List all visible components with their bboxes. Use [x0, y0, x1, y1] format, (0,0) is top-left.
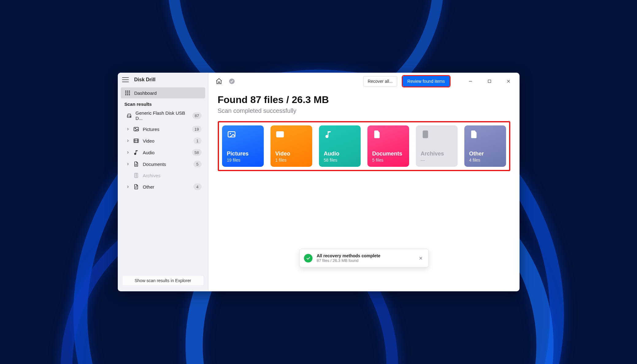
svg-point-17: [230, 133, 231, 134]
completion-toast: All recovery methods complete 87 files /…: [299, 249, 429, 267]
svg-rect-6: [125, 94, 126, 95]
main-panel: Recover all... Review found items Found …: [209, 73, 520, 291]
svg-rect-0: [125, 91, 126, 92]
content: Found 87 files / 26.3 MB Scan completed …: [209, 90, 520, 180]
toast-sub: 87 files / 26.3 MB found: [317, 258, 413, 263]
svg-rect-7: [127, 94, 128, 95]
sidebar-header: Disk Drill: [118, 73, 208, 87]
card-archives: Archives —: [416, 125, 458, 167]
scan-results-header: Scan results: [118, 98, 208, 108]
card-title: Documents: [372, 151, 404, 157]
card-sub: 1 files: [275, 158, 307, 163]
review-found-items-button[interactable]: Review found items: [403, 76, 449, 86]
toolbar: Recover all... Review found items: [209, 73, 520, 90]
card-pictures[interactable]: Pictures 19 files: [222, 125, 264, 167]
picture-icon: [133, 126, 139, 132]
archive-icon: [421, 130, 430, 139]
sidebar-item-label: Generic Flash Disk USB D...: [136, 110, 189, 121]
sidebar: Disk Drill Dashboard Scan results Generi…: [118, 73, 209, 291]
document-icon: [372, 130, 382, 139]
sidebar-item-label: Other: [143, 184, 155, 190]
chevron-right-icon: [126, 128, 129, 131]
document-icon: [133, 161, 139, 167]
svg-rect-8: [129, 94, 130, 95]
sidebar-item-other[interactable]: Other 4: [121, 181, 205, 193]
card-title: Audio: [324, 151, 356, 157]
svg-rect-4: [127, 92, 128, 93]
card-sub: —: [421, 158, 453, 163]
results-headline: Found 87 files / 26.3 MB: [218, 94, 510, 105]
home-icon[interactable]: [215, 78, 223, 85]
results-subline: Scan completed successfully: [218, 107, 510, 114]
sidebar-item-label: Pictures: [143, 127, 159, 132]
hamburger-icon[interactable]: [122, 77, 129, 82]
svg-rect-15: [488, 80, 491, 83]
minimize-button[interactable]: [464, 77, 477, 86]
toast-close-button[interactable]: [417, 255, 424, 262]
card-other[interactable]: Other 4 files: [464, 125, 506, 167]
card-audio[interactable]: Audio 58 files: [319, 125, 361, 167]
card-sub: 19 files: [227, 158, 259, 163]
card-title: Other: [469, 151, 501, 157]
recover-all-button[interactable]: Recover all...: [363, 76, 397, 86]
sidebar-item-documents[interactable]: Documents 5: [121, 158, 205, 170]
svg-rect-2: [129, 91, 130, 92]
sidebar-item-label: Dashboard: [134, 90, 157, 96]
chevron-right-icon: [126, 151, 129, 154]
sidebar-item-device[interactable]: Generic Flash Disk USB D... 87: [121, 108, 205, 123]
show-in-explorer-button[interactable]: Show scan results in Explorer: [122, 275, 204, 286]
count-badge: 58: [192, 149, 201, 156]
card-sub: 4 files: [469, 158, 501, 163]
close-button[interactable]: [502, 77, 515, 86]
svg-point-9: [130, 117, 131, 117]
toast-title: All recovery methods complete: [317, 253, 413, 258]
count-badge: 1: [194, 137, 201, 144]
chevron-right-icon: [126, 185, 129, 188]
sidebar-item-video[interactable]: Video 1: [121, 135, 205, 147]
count-badge: 19: [192, 126, 201, 132]
chevron-right-icon: [126, 139, 129, 142]
grid-icon: [125, 90, 131, 96]
app-window: Disk Drill Dashboard Scan results Generi…: [118, 73, 520, 291]
file-icon: [469, 130, 478, 139]
sidebar-item-label: Documents: [143, 162, 166, 167]
svg-rect-10: [134, 127, 138, 131]
video-icon: [275, 130, 285, 139]
archive-icon: [133, 172, 139, 178]
sidebar-item-label: Video: [143, 138, 155, 144]
sidebar-item-archives: Archives: [121, 170, 205, 181]
chevron-right-icon: [126, 163, 129, 166]
sidebar-item-dashboard[interactable]: Dashboard: [121, 87, 205, 98]
sidebar-item-audio[interactable]: Audio 58: [121, 147, 205, 158]
card-title: Archives: [421, 151, 453, 157]
success-check-icon: [304, 254, 313, 262]
card-sub: 58 files: [324, 158, 356, 163]
category-cards: Pictures 19 files Video 1 files: [218, 121, 510, 171]
music-icon: [324, 130, 333, 139]
svg-rect-3: [125, 92, 126, 93]
card-documents[interactable]: Documents 5 files: [367, 125, 409, 167]
svg-rect-16: [228, 132, 235, 137]
svg-point-11: [135, 128, 136, 129]
count-badge: 87: [192, 112, 201, 119]
music-icon: [133, 149, 139, 155]
svg-rect-5: [129, 92, 130, 93]
maximize-button[interactable]: [483, 77, 496, 86]
card-title: Pictures: [227, 151, 259, 157]
card-sub: 5 files: [372, 158, 404, 163]
picture-icon: [227, 130, 236, 139]
card-video[interactable]: Video 1 files: [271, 125, 312, 167]
count-badge: 4: [194, 183, 201, 190]
sidebar-item-label: Archives: [143, 173, 161, 178]
sidebar-item-label: Audio: [143, 150, 155, 155]
sidebar-item-pictures[interactable]: Pictures 19: [121, 123, 205, 135]
card-title: Video: [275, 151, 307, 157]
count-badge: 5: [194, 161, 201, 167]
drive-icon: [126, 113, 132, 119]
svg-rect-1: [127, 91, 128, 92]
checkmark-badge-icon[interactable]: [228, 78, 236, 85]
video-icon: [133, 138, 139, 144]
file-icon: [133, 184, 139, 190]
app-title: Disk Drill: [134, 77, 155, 82]
